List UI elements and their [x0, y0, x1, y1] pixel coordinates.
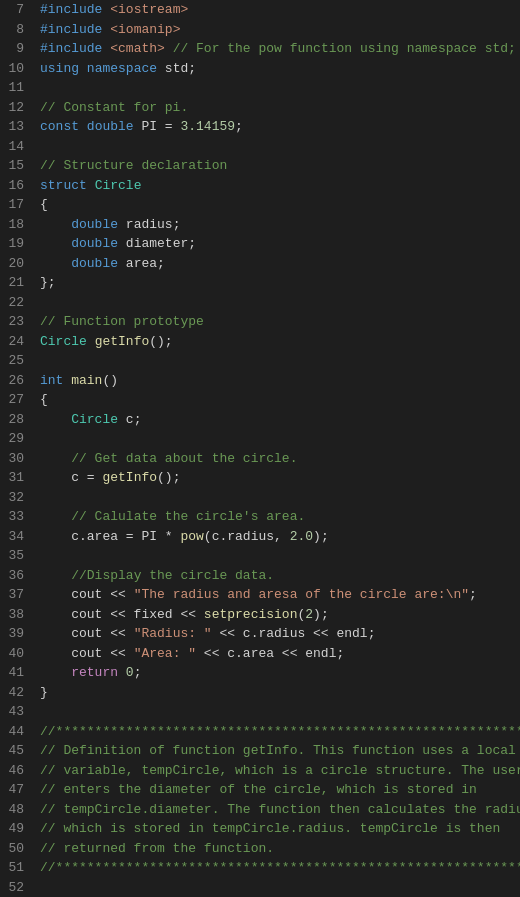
token-cmt: // Calulate the circle's area.: [71, 509, 305, 524]
token-kw: double: [71, 256, 118, 271]
line-number: 50: [0, 839, 34, 859]
code-line: 11: [0, 78, 520, 98]
line-code: [34, 429, 520, 449]
line-code: [34, 702, 520, 722]
line-number: 38: [0, 605, 34, 625]
line-number: 37: [0, 585, 34, 605]
token-plain: [87, 334, 95, 349]
token-plain: (c.radius,: [204, 529, 290, 544]
line-code: #include <cmath> // For the pow function…: [34, 39, 520, 59]
line-number: 15: [0, 156, 34, 176]
token-cmt: // enters the diameter of the circle, wh…: [40, 782, 520, 797]
code-line: 32: [0, 488, 520, 508]
code-line: 38 cout << fixed << setprecision(2);: [0, 605, 520, 625]
code-line: 27{: [0, 390, 520, 410]
token-fn: setprecision: [204, 607, 298, 622]
code-line: 42}: [0, 683, 520, 703]
line-code: using namespace std;: [34, 59, 520, 79]
line-code: [34, 78, 520, 98]
token-kw: namespace: [87, 61, 157, 76]
code-line: 34 c.area = PI * pow(c.radius, 2.0);: [0, 527, 520, 547]
code-line: 39 cout << "Radius: " << c.radius << end…: [0, 624, 520, 644]
token-str: "Radius: ": [134, 626, 212, 641]
line-number: 21: [0, 273, 34, 293]
line-number: 49: [0, 819, 34, 839]
line-code: return 0;: [34, 663, 520, 683]
token-cmt: // Constant for pi.: [40, 100, 188, 115]
line-code: cout << "Area: " << c.area << endl;: [34, 644, 520, 664]
line-number: 42: [0, 683, 34, 703]
token-kw: struct: [40, 178, 87, 193]
line-code: [34, 351, 520, 371]
code-line: 29: [0, 429, 520, 449]
line-number: 14: [0, 137, 34, 157]
code-line: 19 double diameter;: [0, 234, 520, 254]
line-number: 20: [0, 254, 34, 274]
code-line: 16struct Circle: [0, 176, 520, 196]
token-type: Circle: [40, 334, 87, 349]
line-number: 39: [0, 624, 34, 644]
line-number: 36: [0, 566, 34, 586]
token-fn: pow: [180, 529, 203, 544]
token-plain: {: [40, 392, 48, 407]
line-code: // Definition of function getInfo. This …: [34, 741, 520, 761]
code-line: 25: [0, 351, 520, 371]
token-plain: << c.area << endl;: [196, 646, 344, 661]
line-code: };: [34, 273, 520, 293]
token-plain: ;: [235, 119, 243, 134]
token-num: 3.14159: [180, 119, 235, 134]
token-plain: ;: [469, 587, 477, 602]
line-code: double diameter;: [34, 234, 520, 254]
code-line: 13const double PI = 3.14159;: [0, 117, 520, 137]
token-cmt: // For the pow function using namespace …: [173, 41, 516, 56]
line-code: int main(): [34, 371, 520, 391]
token-kw: double: [71, 236, 118, 251]
token-plain: cout <<: [40, 646, 134, 661]
token-type: Circle: [71, 412, 118, 427]
line-number: 18: [0, 215, 34, 235]
token-inc: <cmath>: [110, 41, 165, 56]
token-str: "The radius and aresa of the circle are:…: [134, 587, 469, 602]
token-cmt: //Display the circle data.: [71, 568, 274, 583]
line-number: 44: [0, 722, 34, 742]
line-number: 13: [0, 117, 34, 137]
token-plain: };: [40, 275, 56, 290]
code-line: 35: [0, 546, 520, 566]
line-code: //**************************************…: [34, 722, 520, 742]
line-number: 25: [0, 351, 34, 371]
line-code: [34, 546, 520, 566]
line-code: #include <iostream>: [34, 0, 520, 20]
line-number: 9: [0, 39, 34, 59]
token-plain: [40, 451, 71, 466]
token-kw: #include: [40, 41, 102, 56]
line-number: 35: [0, 546, 34, 566]
code-line: 41 return 0;: [0, 663, 520, 683]
token-plain: }: [40, 685, 48, 700]
code-line: 17{: [0, 195, 520, 215]
token-plain: area;: [118, 256, 165, 271]
code-line: 37 cout << "The radius and aresa of the …: [0, 585, 520, 605]
token-plain: (): [102, 373, 118, 388]
line-number: 34: [0, 527, 34, 547]
line-number: 48: [0, 800, 34, 820]
code-editor: 7#include <iostream>8#include <iomanip>9…: [0, 0, 520, 897]
token-kw2: return: [71, 665, 118, 680]
token-plain: cout << fixed <<: [40, 607, 204, 622]
line-number: 23: [0, 312, 34, 332]
line-number: 17: [0, 195, 34, 215]
line-number: 41: [0, 663, 34, 683]
line-code: [34, 293, 520, 313]
line-number: 29: [0, 429, 34, 449]
token-plain: [40, 509, 71, 524]
token-plain: [79, 61, 87, 76]
token-kw: #include: [40, 22, 102, 37]
line-number: 10: [0, 59, 34, 79]
line-code: // Calulate the circle's area.: [34, 507, 520, 527]
line-code: // Function prototype: [34, 312, 520, 332]
token-plain: cout <<: [40, 587, 134, 602]
token-kw: double: [71, 217, 118, 232]
line-number: 51: [0, 858, 34, 878]
line-code: c = getInfo();: [34, 468, 520, 488]
line-code: // variable, tempCircle, which is a circ…: [34, 761, 520, 781]
line-code: // Structure declaration: [34, 156, 520, 176]
